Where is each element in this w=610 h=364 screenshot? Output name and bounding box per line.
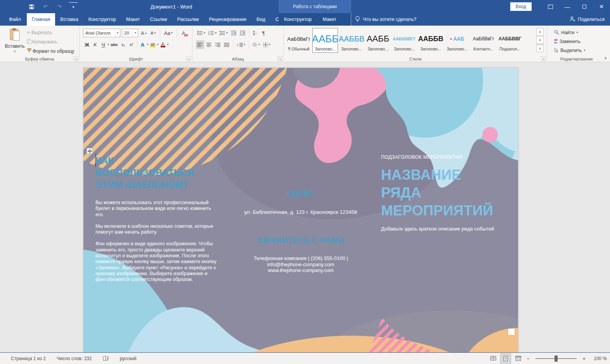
sort-button[interactable]: АЯ↓ <box>251 29 259 37</box>
style-card-heading6[interactable]: ● ААБ Заголово... <box>444 28 470 53</box>
justify-button[interactable] <box>223 40 231 49</box>
font-color-button[interactable]: А <box>159 40 167 49</box>
underline-dropdown-icon[interactable]: ▾ <box>107 43 109 46</box>
redo-icon[interactable]: ↷ <box>55 2 64 11</box>
clear-formatting-button[interactable]: А <box>180 29 187 37</box>
undo-icon[interactable]: ↶ <box>41 2 50 11</box>
underline-button[interactable]: Ч <box>99 40 107 49</box>
document-page[interactable]: КАК ВОСПОЛЬЗОВАТЬСЯ ЭТИМ ШАБЛОНОМ? Вы мо… <box>83 68 518 352</box>
tab-table-layout[interactable]: Макет <box>317 13 341 26</box>
close-icon[interactable]: × <box>593 0 610 13</box>
styles-scroll-down-icon[interactable]: ∨ <box>536 36 544 44</box>
style-card-subtitle[interactable]: ААББВВГ Подзагол... <box>497 28 523 53</box>
address-heading[interactable]: АДРЕС <box>237 189 365 198</box>
tab-references[interactable]: Ссылки <box>145 13 172 26</box>
paragraph-dialog-launcher-icon[interactable]: ↘ <box>277 56 282 61</box>
save-icon[interactable] <box>27 2 36 11</box>
style-card-heading4[interactable]: ААББВВГГ Заголово... <box>392 28 417 53</box>
styles-dialog-launcher-icon[interactable]: ↘ <box>541 56 546 61</box>
font-size-combo[interactable]: 20 ▾ <box>122 29 138 37</box>
web-layout-icon[interactable] <box>513 354 523 363</box>
tell-me-box[interactable]: Что вы хотите сделать? <box>355 13 416 26</box>
styles-more-icon[interactable]: ∨ <box>536 44 544 52</box>
style-card-heading3[interactable]: ААББ Заголово... <box>365 28 391 53</box>
tab-table-design[interactable]: Конструктор <box>279 13 317 26</box>
zoom-in-button[interactable]: + <box>581 355 587 362</box>
font-color-dropdown-icon[interactable]: ▾ <box>167 43 169 46</box>
zoom-slider-thumb[interactable] <box>555 355 558 362</box>
find-button[interactable]: Найти▾ <box>553 28 586 36</box>
read-mode-icon[interactable] <box>488 354 498 363</box>
event-series-title[interactable]: НАЗВАНИЕ РЯДА МЕРОПРИЯТИЙ <box>381 166 492 220</box>
paste-dropdown-icon[interactable]: ▾ <box>14 50 16 53</box>
align-left-button[interactable] <box>196 40 204 49</box>
style-card-normal[interactable]: АаБбВвГг ¶ Обычный <box>286 28 312 53</box>
text-effects-button[interactable]: А <box>139 40 147 49</box>
subscript-button[interactable]: x₂ <box>120 40 127 49</box>
tab-home[interactable]: Главная <box>27 13 55 26</box>
clipboard-dialog-launcher-icon[interactable]: ↘ <box>73 56 78 61</box>
align-right-button[interactable] <box>214 40 222 49</box>
brochure-paragraph[interactable]: Фон оформлен в виде единого изображения.… <box>95 241 218 283</box>
ribbon-display-options-icon[interactable] <box>542 0 559 13</box>
shading-button[interactable]: ▾ <box>251 40 261 49</box>
brochure-paragraph[interactable]: Вы можете использовать этот профессионал… <box>95 200 218 218</box>
copy-button[interactable]: Копировать <box>26 38 76 46</box>
font-name-combo[interactable]: Arial (Заголс ▾ <box>83 29 120 37</box>
tab-insert[interactable]: Вставка <box>55 13 83 26</box>
superscript-button[interactable]: x² <box>128 40 135 49</box>
font-dialog-launcher-icon[interactable]: ↘ <box>186 56 191 61</box>
grow-font-button[interactable]: А▴ <box>140 29 148 37</box>
proofing-icon[interactable] <box>99 356 113 361</box>
brochure-paragraph[interactable]: Мы включили в шаблон несколько советов, … <box>95 224 218 236</box>
tab-view[interactable]: Вид <box>251 13 270 26</box>
line-spacing-button[interactable]: ↕ ▾ <box>235 40 247 49</box>
contact-text[interactable]: Телефонная компания | (206) 555-0100 | i… <box>237 255 365 274</box>
format-painter-button[interactable]: Формат по образцу <box>26 47 76 55</box>
show-paragraph-marks-button[interactable]: ¶ <box>260 29 267 37</box>
highlight-button[interactable]: ab <box>149 40 157 49</box>
brochure-middle-column[interactable]: АДРЕС ул. Библиотечная, д. 123 г. Красно… <box>237 68 365 352</box>
select-button[interactable]: Выделить▾ <box>553 46 586 54</box>
italic-button[interactable]: К <box>91 40 99 49</box>
zoom-level[interactable]: 100 % <box>589 356 607 361</box>
multilevel-list-button[interactable]: ▾ <box>218 29 229 37</box>
customize-qat-icon[interactable]: ▾ <box>69 2 78 11</box>
borders-button[interactable]: ▾ <box>262 40 272 49</box>
decrease-indent-button[interactable] <box>230 29 238 37</box>
style-card-heading1[interactable]: ААББ Заголово... <box>312 28 338 53</box>
event-subtitle[interactable]: ПОДЗАГОЛОВОК МЕРОПРИЯТИЯ <box>381 154 509 160</box>
bold-button[interactable]: Ж <box>83 40 91 49</box>
align-center-button[interactable] <box>205 40 213 49</box>
replace-button[interactable]: abac Заменить <box>553 37 586 45</box>
zoom-slider[interactable] <box>535 358 577 359</box>
maximize-icon[interactable] <box>576 0 593 13</box>
address-text[interactable]: ул. Библиотечная, д. 123 г. Красноярск 1… <box>237 209 365 215</box>
sign-in-button[interactable]: Вход <box>510 2 532 11</box>
tab-design[interactable]: Конструктор <box>83 13 121 26</box>
style-card-heading2[interactable]: ААББВ Заголово... <box>339 28 364 53</box>
contact-heading[interactable]: СВЯЖИТЕСЬ С НАМИ <box>237 236 365 245</box>
word-count[interactable]: Число слов: 232 <box>53 356 96 361</box>
zoom-out-button[interactable]: − <box>525 355 531 362</box>
page-indicator[interactable]: Страница 1 из 2 <box>7 356 50 361</box>
shrink-font-button[interactable]: А▾ <box>149 29 157 37</box>
event-description[interactable]: Добавьте здесь краткое описание ряда соб… <box>381 226 509 232</box>
increase-indent-button[interactable] <box>239 29 247 37</box>
paste-button[interactable]: Вставить ▾ <box>5 28 25 56</box>
styles-scroll-up-icon[interactable]: ∧ <box>536 28 544 36</box>
bullets-button[interactable]: ▾ <box>196 29 206 37</box>
brochure-left-heading[interactable]: КАК ВОСПОЛЬЗОВАТЬСЯ ЭТИМ ШАБЛОНОМ? <box>95 154 204 191</box>
tab-mailings[interactable]: Рассылки <box>172 13 204 26</box>
brochure-left-body[interactable]: Вы можете использовать этот профессионал… <box>95 200 218 289</box>
cut-button[interactable]: ✂ Вырезать <box>26 29 76 36</box>
tab-review[interactable]: Рецензирование <box>204 13 252 26</box>
highlight-dropdown-icon[interactable]: ▾ <box>157 43 159 46</box>
tab-file[interactable]: Файл <box>3 13 27 26</box>
print-layout-icon[interactable] <box>501 354 511 363</box>
language-indicator[interactable]: русский <box>116 356 140 361</box>
minimize-icon[interactable]: — <box>559 0 576 13</box>
style-card-contact[interactable]: АаБбВвГг Контактн... <box>471 28 496 53</box>
strikethrough-button[interactable]: abc <box>109 40 119 49</box>
tab-layout[interactable]: Макет <box>121 13 145 26</box>
